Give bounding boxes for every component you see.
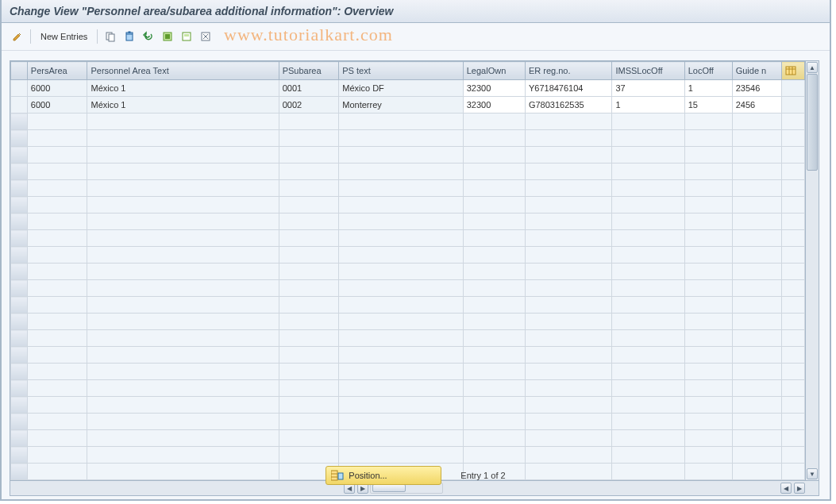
col-LegalOwn[interactable]: LegalOwn	[463, 62, 525, 80]
cell-empty	[87, 264, 279, 280]
vertical-scrollbar[interactable]: ▲ ▼	[805, 61, 819, 480]
cell-empty	[279, 130, 339, 147]
table-row-empty[interactable]	[11, 264, 805, 280]
cell-empty	[339, 447, 463, 464]
row-selector[interactable]	[11, 97, 28, 113]
cell-empty	[612, 214, 684, 230]
table-row-empty[interactable]	[11, 130, 805, 147]
table-row-empty[interactable]	[11, 430, 805, 447]
table-row[interactable]: 6000México 10001México DF32300Y671847610…	[11, 80, 805, 97]
col-ERregno[interactable]: ER reg.no.	[525, 62, 612, 80]
col-PSubarea[interactable]: PSubarea	[279, 62, 339, 80]
table-row-empty[interactable]	[11, 147, 805, 164]
row-selector[interactable]	[11, 430, 28, 447]
row-selector[interactable]	[11, 164, 28, 180]
toggle-display-change-icon[interactable]	[10, 29, 25, 44]
table-row-empty[interactable]	[11, 164, 805, 180]
table-row[interactable]: 6000México 10002Monterrey32300G780316253…	[11, 97, 805, 113]
undo-icon[interactable]	[141, 29, 156, 44]
select-block-icon[interactable]	[179, 29, 195, 44]
cell-empty	[339, 347, 463, 364]
cell-empty	[27, 164, 87, 180]
cell-empty	[87, 330, 279, 347]
table-row-empty[interactable]	[11, 113, 805, 130]
table-config-button[interactable]	[782, 62, 805, 80]
row-selector[interactable]	[11, 247, 28, 264]
cell-empty	[732, 264, 782, 280]
cell-IMSSLocOff[interactable]: 37	[612, 80, 684, 97]
col-PersArea[interactable]: PersArea	[27, 62, 87, 80]
table-row-empty[interactable]	[11, 280, 805, 297]
row-selector[interactable]	[11, 230, 28, 247]
col-PersonnelAreaText[interactable]: Personnel Area Text	[87, 62, 279, 80]
cell-empty	[27, 147, 87, 164]
row-selector[interactable]	[11, 130, 28, 147]
row-selector[interactable]	[11, 397, 28, 414]
table-row-empty[interactable]	[11, 297, 805, 314]
scroll-up-icon[interactable]: ▲	[807, 62, 818, 73]
table-row-empty[interactable]	[11, 414, 805, 430]
cell-ERregno[interactable]: Y6718476104	[525, 80, 612, 97]
row-selector[interactable]	[11, 347, 28, 364]
row-selector[interactable]	[11, 147, 28, 164]
row-selector[interactable]	[11, 447, 28, 464]
row-selector[interactable]	[11, 380, 28, 397]
table-row-empty[interactable]	[11, 180, 805, 197]
table-row-empty[interactable]	[11, 314, 805, 330]
table-row-empty[interactable]	[11, 230, 805, 247]
cell-LegalOwn[interactable]: 32300	[463, 97, 525, 113]
cell-empty	[339, 113, 463, 130]
cell-empty	[87, 230, 279, 247]
row-selector[interactable]	[11, 113, 28, 130]
cell-empty	[684, 347, 732, 364]
table-row-empty[interactable]	[11, 397, 805, 414]
scroll-track[interactable]	[806, 74, 819, 467]
position-button[interactable]: Position...	[326, 466, 441, 485]
new-entries-button[interactable]: New Entries	[36, 30, 92, 43]
cell-ERregno[interactable]: G7803162535	[525, 97, 612, 113]
cell-LocOff[interactable]: 1	[684, 80, 732, 97]
row-selector[interactable]	[11, 280, 28, 297]
cell-LegalOwn[interactable]: 32300	[463, 80, 525, 97]
cell-Guide[interactable]: 23546	[732, 80, 782, 97]
cell-PSubarea: 0001	[279, 80, 339, 97]
row-selector[interactable]	[11, 197, 28, 214]
row-selector[interactable]	[11, 314, 28, 330]
row-selector[interactable]	[11, 264, 28, 280]
col-IMSSLocOff[interactable]: IMSSLocOff	[612, 62, 684, 80]
row-selector[interactable]	[11, 214, 28, 230]
row-selector[interactable]	[11, 364, 28, 380]
cell-empty	[612, 414, 684, 430]
table-row-empty[interactable]	[11, 247, 805, 264]
table-row-empty[interactable]	[11, 347, 805, 364]
corner-cell[interactable]	[11, 62, 28, 80]
table-row-empty[interactable]	[11, 330, 805, 347]
cell-empty	[87, 314, 279, 330]
row-tail	[782, 164, 805, 180]
hscroll-thumb[interactable]	[372, 484, 406, 492]
cell-Guide[interactable]: 2456	[732, 97, 782, 113]
row-selector[interactable]	[11, 80, 28, 97]
table-row-empty[interactable]	[11, 380, 805, 397]
table-row-empty[interactable]	[11, 214, 805, 230]
table-row-empty[interactable]	[11, 197, 805, 214]
select-all-icon[interactable]	[160, 29, 175, 44]
delete-icon[interactable]	[121, 29, 137, 44]
col-LocOff[interactable]: LocOff	[684, 62, 732, 80]
cell-empty	[27, 414, 87, 430]
cell-empty	[463, 147, 525, 164]
cell-IMSSLocOff[interactable]: 1	[612, 97, 684, 113]
row-selector[interactable]	[11, 180, 28, 197]
table-row-empty[interactable]	[11, 447, 805, 464]
col-PStext[interactable]: PS text	[339, 62, 463, 80]
scroll-thumb[interactable]	[807, 74, 818, 171]
row-selector[interactable]	[11, 330, 28, 347]
deselect-all-icon[interactable]	[198, 29, 214, 44]
cell-empty	[525, 113, 612, 130]
copy-as-icon[interactable]	[102, 29, 118, 44]
row-selector[interactable]	[11, 414, 28, 430]
cell-LocOff[interactable]: 15	[684, 97, 732, 113]
row-selector[interactable]	[11, 297, 28, 314]
col-Guide[interactable]: Guide n	[732, 62, 782, 80]
table-row-empty[interactable]	[11, 364, 805, 380]
